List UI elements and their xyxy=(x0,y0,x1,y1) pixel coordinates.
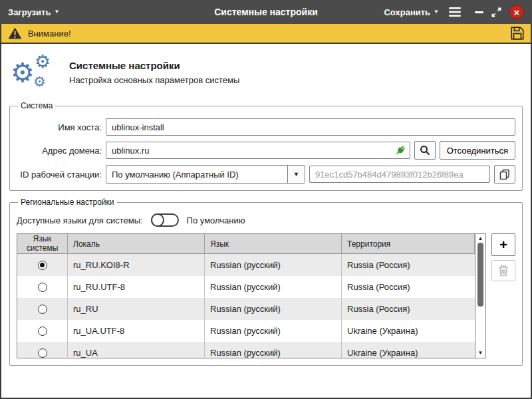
hostname-input[interactable] xyxy=(106,118,515,136)
territory-cell: Ukraine (Украина) xyxy=(342,342,475,358)
table-scrollbar[interactable]: ▲ ▼ xyxy=(475,234,485,358)
table-row[interactable]: ru_RURussian (русский)Russia (Россия) xyxy=(17,298,475,320)
language-cell: Russian (русский) xyxy=(205,320,342,342)
language-cell: Russian (русский) xyxy=(205,342,342,358)
territory-cell: Russia (Россия) xyxy=(342,298,475,320)
language-cell: Russian (русский) xyxy=(205,298,342,320)
copy-id-button[interactable] xyxy=(494,165,515,184)
toggle-caption: По умолчанию xyxy=(187,215,245,225)
locale-radio[interactable] xyxy=(38,283,47,292)
available-languages-label: Доступные языки для системы: xyxy=(17,215,143,225)
load-menu-label: Загрузить xyxy=(8,7,51,17)
hamburger-icon[interactable] xyxy=(449,7,461,17)
table-header-row: Язык системы Локаль Язык Территория xyxy=(17,234,475,254)
page-title: Системные настройки xyxy=(69,60,239,71)
save-file-icon[interactable] xyxy=(510,26,525,41)
scrollbar-thumb[interactable] xyxy=(477,243,483,307)
scroll-down-icon[interactable]: ▼ xyxy=(478,348,483,358)
locale-select-cell[interactable] xyxy=(17,320,68,342)
station-id-value-field xyxy=(309,166,490,183)
locale-select-cell[interactable] xyxy=(17,298,68,320)
col-header-territory: Территория xyxy=(342,234,475,254)
system-group-legend: Система xyxy=(18,101,55,110)
disconnect-button[interactable]: Отсоединиться xyxy=(440,141,515,160)
main-window: Внимание! ⚙ ⚙ ⚙ Системные настройки Наст… xyxy=(0,24,532,399)
page-subtitle: Настройка основных параметров системы xyxy=(69,75,239,85)
domain-label: Адрес домена: xyxy=(17,146,102,156)
trash-icon xyxy=(498,265,509,277)
languages-toggle[interactable] xyxy=(151,213,179,227)
table-row[interactable]: ru_UARussian (русский)Ukraine (Украина) xyxy=(17,342,475,358)
locale-cell: ru_UA xyxy=(68,342,205,358)
territory-cell: Russia (Россия) xyxy=(342,254,475,276)
col-header-language: Язык xyxy=(205,234,342,254)
locale-table: Язык системы Локаль Язык Территория ru_R… xyxy=(17,233,486,358)
locale-radio[interactable] xyxy=(38,261,47,270)
locale-cell: ru_RU.UTF-8 xyxy=(68,276,205,298)
hostname-label: Имя хоста: xyxy=(17,122,102,132)
delete-locale-button xyxy=(491,260,515,281)
scroll-up-icon[interactable]: ▲ xyxy=(478,234,483,243)
copy-icon xyxy=(499,169,510,180)
locale-cell: ru_RU xyxy=(68,298,205,320)
close-icon[interactable]: × xyxy=(509,5,524,19)
regional-group-legend: Региональные настройки xyxy=(18,198,117,207)
table-row[interactable]: ru_RU.UTF-8Russian (русский)Russia (Росс… xyxy=(17,276,475,298)
save-menu-label: Сохранить xyxy=(384,7,430,17)
station-id-selected-value: По умолчанию (Аппаратный ID) xyxy=(106,170,287,180)
chevron-down-icon: ▼ xyxy=(434,9,439,15)
gears-icon: ⚙ ⚙ ⚙ xyxy=(11,53,56,92)
save-menu-button[interactable]: Сохранить ▼ xyxy=(384,7,439,17)
locale-select-cell[interactable] xyxy=(17,254,68,276)
territory-cell: Russia (Россия) xyxy=(342,276,475,298)
toggle-knob-icon xyxy=(151,213,164,227)
titlebar: Системные настройки Загрузить ▼ Сохранит… xyxy=(0,0,532,24)
search-domain-button[interactable] xyxy=(414,141,436,160)
gear-glyph: ⚙ xyxy=(11,59,35,86)
locale-radio[interactable] xyxy=(38,327,47,336)
add-locale-button[interactable]: + xyxy=(491,233,515,256)
load-menu-button[interactable]: Загрузить ▼ xyxy=(8,7,59,17)
locale-table-body: ru_RU.KOI8-RRussian (русский)Russia (Рос… xyxy=(17,254,475,358)
dropdown-arrow-icon[interactable]: ▼ xyxy=(287,166,305,183)
warning-message: Внимание! xyxy=(28,29,71,39)
content-area: ⚙ ⚙ ⚙ Системные настройки Настройка осно… xyxy=(1,44,531,398)
language-cell: Russian (русский) xyxy=(205,276,342,298)
plug-connected-icon xyxy=(394,144,406,156)
domain-input[interactable] xyxy=(106,142,410,159)
system-group: Система Имя хоста: Адрес домена: xyxy=(9,101,523,191)
table-row[interactable]: ru_UA.UTF-8Russian (русский)Ukraine (Укр… xyxy=(17,320,475,342)
station-id-label: ID рабочей станции: xyxy=(17,170,102,180)
gear-glyph: ⚙ xyxy=(35,53,51,71)
col-header-system-language: Язык системы xyxy=(17,234,68,254)
regional-group: Региональные настройки Доступные языки д… xyxy=(9,198,523,366)
locale-radio[interactable] xyxy=(38,305,47,314)
territory-cell: Ukraine (Украина) xyxy=(342,320,475,342)
locale-cell: ru_UA.UTF-8 xyxy=(68,320,205,342)
page-header: ⚙ ⚙ ⚙ Системные настройки Настройка осно… xyxy=(8,47,524,100)
station-id-select[interactable]: По умолчанию (Аппаратный ID) ▼ xyxy=(106,165,305,184)
minimize-icon[interactable] xyxy=(475,11,483,13)
warning-icon xyxy=(7,27,23,40)
locale-select-cell[interactable] xyxy=(17,342,68,358)
table-row[interactable]: ru_RU.KOI8-RRussian (русский)Russia (Рос… xyxy=(17,254,475,276)
col-header-locale: Локаль xyxy=(68,234,205,254)
search-icon xyxy=(420,145,430,156)
locale-select-cell[interactable] xyxy=(17,276,68,298)
chevron-down-icon: ▼ xyxy=(54,9,59,15)
expand-icon[interactable] xyxy=(491,7,501,17)
locale-radio[interactable] xyxy=(38,348,47,358)
language-cell: Russian (русский) xyxy=(205,254,342,276)
locale-cell: ru_RU.KOI8-R xyxy=(68,254,205,276)
gear-glyph: ⚙ xyxy=(33,74,46,88)
warning-bar: Внимание! xyxy=(1,24,531,44)
